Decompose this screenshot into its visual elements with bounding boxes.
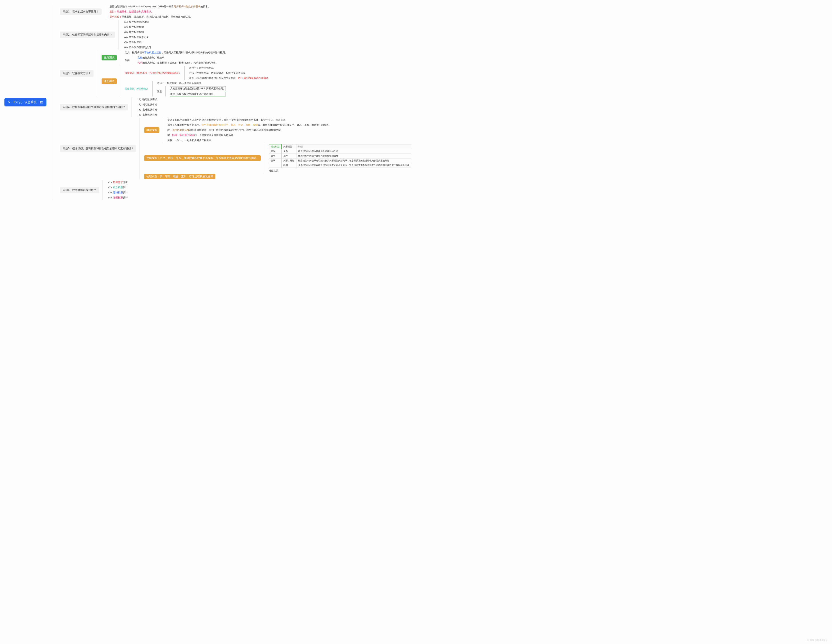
static-class: 分类 (125, 58, 130, 62)
blackbox: 黑盒测试（功能测试） (125, 87, 149, 91)
q2-item: （2）软件配置标识 (123, 25, 151, 29)
q6-title[interactable]: 问题6：数学建模过程包括？ (60, 187, 99, 193)
mapping-table-wrap: 概念模型关系模型说明 实体关系概念模型中的实体转换为关系模型的关系 属性属性概念… (269, 143, 411, 173)
static-doc: 文档的静态测试：检查单 (138, 56, 218, 60)
level1-children: 问题1：需求的层次有哪三种？ 质量功能部署(Quality Function D… (53, 5, 411, 200)
q2-item: （4）软件配置状态记录 (123, 35, 151, 39)
q2-item: （6）软件发布管理与交付 (123, 45, 151, 50)
q1-line3: 需求过程：需求获取、需求分析、需求规格说明书编制、需求验证与确认等。 (110, 14, 210, 19)
q6-item: （1）数据需求分析 (107, 180, 128, 184)
mindmap-root: 5 - IT知识 - 信息系统工程 问题1：需求的层次有哪三种？ 质量功能部署(… (5, 5, 827, 200)
q1-title[interactable]: 问题1：需求的层次有哪三种？ (60, 8, 102, 15)
q2-item: （3）软件配置控制 (123, 30, 151, 34)
q3-branch: 问题3：软件测试方法？ 静态测试 定义：被测试程序不在机器上运行，而采用人工检测… (60, 50, 411, 96)
c-domain: 域：属性的取值范围称为该属性的域。例如，性别的域是集合{"男","女"}。域的元… (167, 128, 331, 132)
q6-item: （2）概念模型设计 (107, 185, 128, 189)
bbox-note1: 只检查程序功能是否能按照 SRS 的要求正常使用。 (170, 86, 226, 91)
static-def: 定义：被测试程序不在机器上运行，而采用人工检测和计算机辅助静态分析的对程序进行检… (125, 50, 227, 54)
q1-branch: 问题1：需求的层次有哪三种？ 质量功能部署(Quality Function D… (60, 5, 411, 19)
q1-line1: 质量功能部署(Quality Function Deployment, QFD)… (110, 5, 210, 9)
c-attr: 属性：实体的特性称之为属性。学生实体的属性包括学号、系名、住处、课程、成绩等。教… (167, 123, 331, 127)
q5-title[interactable]: 问题5：概念模型、逻辑模型和物理模型的基本元素有哪些？ (60, 145, 136, 152)
q4-item: （1）确定数据需求 (136, 97, 157, 102)
mapping-label: 对应关系 (269, 169, 411, 173)
q3-title[interactable]: 问题3：软件测试方法？ (60, 70, 94, 77)
bbox-use: 适用于：集成测试、确认测试和系统测试。 (157, 81, 226, 85)
whitebox: 白盒测试（发现 30%~ 70%的逻辑设计和编码错误） (125, 71, 181, 75)
static-code: 代码的静态测试：桌前检查（找 bug、检查 bug）、代码走查和代码审查。 (138, 61, 218, 65)
c-key: 键：能唯一标识每个实例的一个属性或几个属性的组合称为键。 (167, 133, 331, 137)
concept-model-tag[interactable]: 概念模型 (144, 127, 159, 133)
wbox-use: 适用于：软件单元测试 (189, 66, 270, 70)
c-entity: 实体：客观存在的并可以相互区分的事物称为实例，而同 一类型实例的抽象称为实体。如… (167, 118, 331, 122)
q2-title[interactable]: 问题2：软件配置管理活动包括哪些内容？ (60, 32, 115, 38)
wbox-method: 方法：控制流测试、数据流测试、和程序变异测试等。 (189, 71, 270, 75)
q2-item: （5）软件配置审计 (123, 40, 151, 45)
q2-branch: 问题2：软件配置管理活动包括哪些内容？ （1）软件配置管理计划 （2）软件配置标… (60, 20, 411, 50)
c-relation: 关联：一对一、一对多和多对多三种关系。 (167, 138, 331, 143)
q1-line2: 三类：常规需求、期望需求和意外需求。 (110, 10, 210, 14)
logic-model-tag[interactable]: 逻辑模型：层次、网状、关系、面向对象和对象关系模型。关系模型为最重要和最常用的模… (144, 155, 261, 161)
physical-model-tag[interactable]: 物理模型：表、字段、视图、索引、存储过程和触发器等 (144, 174, 215, 179)
q6-item: （3）逻辑模型设计 (107, 191, 128, 195)
q4-item: （2）制定数据标准 (136, 103, 157, 107)
mapping-table: 概念模型关系模型说明 实体关系概念模型中的实体转换为关系模型的关系 属性属性概念… (269, 144, 411, 168)
dynamic-test-tag[interactable]: 动态测试 (102, 78, 117, 84)
bbox-note2: 根据 SRS 所规定的功能来设计测试用例。 (170, 92, 226, 96)
q5-branch: 问题5：概念模型、逻辑模型和物理模型的基本元素有哪些？ 概念模型 实体：客观存在… (60, 118, 411, 179)
q6-branch: 问题6：数学建模过程包括？ （1）数据需求分析 （2）概念模型设计 （3）逻辑模… (60, 180, 411, 200)
q6-item: （4）物理模型设计 (107, 195, 128, 200)
q4-item: （4）实施数据标准 (136, 113, 157, 117)
q4-item: （3）批准数据标准 (136, 107, 157, 112)
bbox-note-label: 注意 (157, 89, 162, 94)
static-test-tag[interactable]: 静态测试 (102, 55, 117, 61)
q2-item: （1）软件配置管理计划 (123, 20, 151, 24)
root-node[interactable]: 5 - IT知识 - 信息系统工程 (5, 98, 46, 106)
q4-branch: 问题4：数据标准化阶段的具体过程包括哪四个阶段？ （1）确定数据需求 （2）制定… (60, 97, 411, 117)
q4-title[interactable]: 问题4：数据标准化阶段的具体过程包括哪四个阶段？ (60, 104, 128, 111)
wbox-note: 注意：静态测试的方法也可以实现白盒测试。PS：看到覆盖就选白盒测试。 (189, 76, 270, 80)
